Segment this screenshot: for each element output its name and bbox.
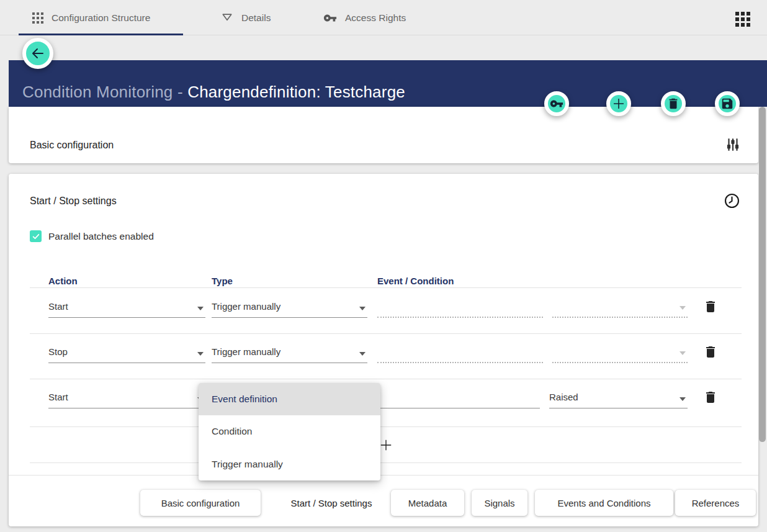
parallel-batches-checkbox[interactable]	[30, 230, 42, 242]
chevron-down-icon	[680, 306, 686, 310]
apps-grid-icon[interactable]	[735, 12, 751, 27]
key-icon	[550, 97, 563, 110]
active-tab-underline	[19, 34, 183, 35]
access-rights-button[interactable]	[544, 91, 569, 116]
action-select[interactable]: Start	[48, 297, 205, 318]
state-select[interactable]	[552, 343, 688, 363]
save-icon	[720, 97, 734, 110]
menu-item-label: Condition	[212, 426, 253, 437]
event-condition-select[interactable]	[377, 388, 540, 408]
state-select[interactable]	[552, 297, 688, 318]
column-header-action: Action	[48, 276, 78, 286]
delete-row-button[interactable]	[703, 299, 718, 314]
chevron-down-icon	[197, 307, 204, 310]
add-button[interactable]	[606, 91, 631, 116]
page-title: Condition Monitoring - Chargendefinition…	[22, 83, 405, 102]
state-value: Raised	[549, 392, 578, 402]
action-value: Stop	[48, 346, 68, 357]
start-stop-settings-card: Start / Stop settings Parallel batches e…	[9, 174, 758, 526]
tab-access-rights[interactable]: Access Rights	[323, 0, 406, 35]
chevron-down-icon	[680, 397, 686, 401]
menu-item-label: Event definition	[212, 394, 277, 405]
action-value: Start	[48, 301, 68, 312]
trash-icon	[666, 97, 680, 110]
delete-row-button[interactable]	[703, 345, 718, 359]
checkmark-icon	[32, 232, 40, 241]
chevron-down-icon	[197, 352, 204, 356]
tab-label: Details	[241, 12, 271, 24]
scrollbar-thumb[interactable]	[759, 107, 766, 442]
chip-label: Metadata	[408, 498, 447, 508]
footer-nav-metadata[interactable]: Metadata	[391, 490, 464, 516]
event-condition-select[interactable]	[377, 343, 543, 363]
key-icon	[323, 11, 337, 25]
state-select[interactable]: Raised	[549, 388, 688, 408]
type-select[interactable]: Trigger manually	[212, 297, 367, 318]
chip-label: Signals	[484, 498, 514, 508]
page-header: Condition Monitoring - Chargendefinition…	[9, 60, 767, 107]
footer-nav-events-and-conditions[interactable]: Events and Conditions	[535, 490, 673, 516]
delete-row-button[interactable]	[703, 390, 718, 405]
menu-item-label: Trigger manually	[212, 459, 283, 470]
column-header-type: Type	[212, 276, 233, 286]
footer-divider	[9, 475, 758, 476]
divider	[30, 379, 742, 379]
back-button[interactable]	[22, 38, 53, 69]
chevron-down-icon	[680, 351, 686, 355]
basic-configuration-card: Basic configuration	[9, 107, 758, 163]
basic-configuration-title: Basic configuration	[30, 140, 114, 151]
clock-icon[interactable]	[724, 192, 740, 209]
tab-label: Access Rights	[345, 12, 406, 24]
add-row-button[interactable]	[30, 426, 742, 462]
action-value: Start	[48, 392, 68, 402]
top-tab-bar: Configuration Structure Details Access R…	[0, 0, 767, 35]
menu-item-trigger-manually[interactable]: Trigger manually	[199, 448, 380, 480]
type-value: Trigger manually	[212, 346, 280, 357]
tab-configuration-structure[interactable]: Configuration Structure	[32, 0, 150, 35]
chip-label: Start / Stop settings	[291, 498, 372, 508]
grid-icon	[32, 12, 43, 24]
save-button[interactable]	[715, 91, 740, 116]
chevron-down-icon	[359, 307, 366, 310]
column-header-event-condition: Event / Condition	[377, 276, 454, 286]
chip-label: Events and Conditions	[557, 498, 650, 508]
chip-label: Basic configuration	[161, 498, 240, 508]
menu-item-condition[interactable]: Condition	[199, 415, 380, 448]
divider	[30, 333, 742, 334]
chevron-down-icon	[359, 352, 366, 356]
type-select[interactable]: Trigger manually	[212, 343, 367, 363]
tune-icon[interactable]	[725, 137, 741, 153]
parallel-batches-label: Parallel batches enabled	[48, 231, 154, 242]
footer-nav-start-stop-settings[interactable]: Start / Stop settings	[276, 490, 387, 516]
plus-icon	[611, 96, 626, 111]
footer-nav-references[interactable]: References	[675, 490, 756, 516]
start-stop-title: Start / Stop settings	[30, 196, 117, 207]
delete-button[interactable]	[661, 91, 686, 116]
page-title-prefix: Condition Monitoring -	[22, 83, 187, 101]
funnel-icon	[221, 12, 233, 24]
type-dropdown-menu: Event definition Condition Trigger manua…	[199, 383, 380, 480]
plus-icon	[379, 438, 393, 452]
footer-nav-basic-configuration[interactable]: Basic configuration	[140, 490, 261, 516]
page-title-main: Chargendefinition: Testcharge	[187, 83, 405, 101]
tab-details[interactable]: Details	[221, 0, 271, 35]
tab-label: Configuration Structure	[52, 12, 150, 24]
divider	[30, 287, 742, 288]
menu-item-event-definition[interactable]: Event definition	[199, 383, 380, 415]
chip-label: References	[692, 498, 740, 508]
event-condition-select[interactable]	[377, 297, 543, 318]
back-arrow-icon	[30, 46, 45, 61]
action-select[interactable]: Stop	[48, 343, 205, 363]
divider	[30, 462, 742, 463]
type-value: Trigger manually	[212, 301, 280, 312]
footer-nav-signals[interactable]: Signals	[472, 490, 527, 516]
action-select[interactable]: Start	[48, 388, 205, 408]
